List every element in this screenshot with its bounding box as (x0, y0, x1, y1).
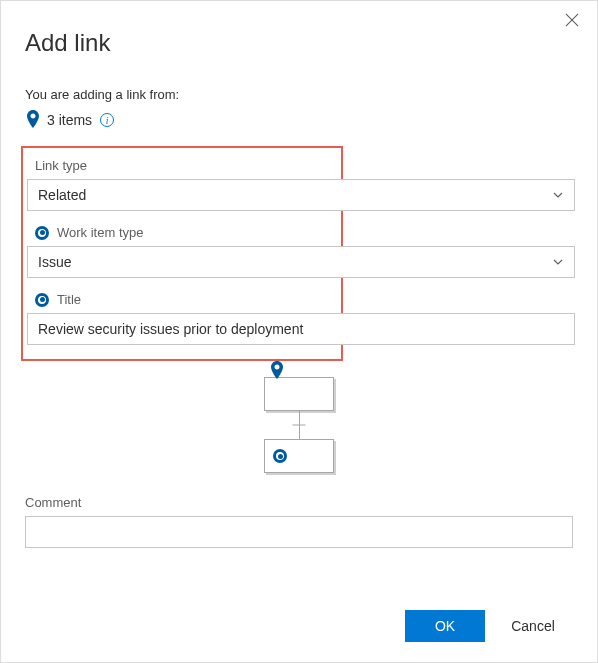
title-input[interactable]: Review security issues prior to deployme… (27, 313, 575, 345)
diagram-connector (299, 411, 300, 439)
diagram-source-box (264, 377, 334, 411)
adding-from-label: You are adding a link from: (25, 87, 573, 102)
link-type-label: Link type (35, 158, 575, 173)
cancel-button[interactable]: Cancel (493, 610, 573, 642)
dialog-title: Add link (25, 29, 573, 57)
link-type-value: Related (38, 187, 86, 203)
title-icon (35, 293, 49, 307)
diagram-target-box (264, 439, 334, 473)
ok-button[interactable]: OK (405, 610, 485, 642)
comment-label: Comment (25, 495, 573, 510)
work-item-type-label: Work item type (57, 225, 143, 240)
comment-input[interactable] (25, 516, 573, 548)
work-item-icon (273, 449, 287, 463)
items-row: 3 items i (25, 110, 573, 130)
highlighted-section: Link type Related Work item type Issue (21, 146, 343, 361)
close-icon (565, 13, 579, 27)
dialog-footer: OK Cancel (25, 590, 573, 642)
chevron-down-icon (552, 189, 564, 201)
link-type-select[interactable]: Related (27, 179, 575, 211)
items-count: 3 items (47, 112, 92, 128)
work-item-type-icon (35, 226, 49, 240)
relationship-diagram (25, 377, 573, 473)
add-link-dialog: Add link You are adding a link from: 3 i… (1, 1, 597, 662)
info-icon[interactable]: i (100, 113, 114, 127)
chevron-down-icon (552, 256, 564, 268)
title-label: Title (57, 292, 81, 307)
work-item-type-value: Issue (38, 254, 71, 270)
close-button[interactable] (565, 13, 581, 29)
work-item-type-select[interactable]: Issue (27, 246, 575, 278)
pin-icon (269, 361, 285, 381)
pin-icon (25, 110, 41, 130)
title-value: Review security issues prior to deployme… (38, 321, 303, 337)
